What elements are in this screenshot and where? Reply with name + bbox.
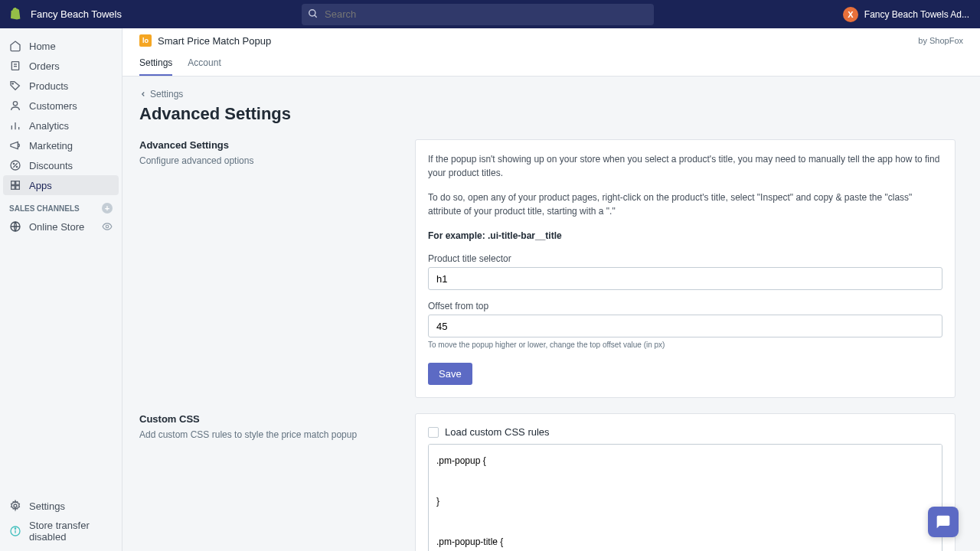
app-icon: lo bbox=[139, 34, 152, 47]
sidebar-item-label: Products bbox=[29, 80, 68, 92]
breadcrumb[interactable]: Settings bbox=[139, 89, 956, 99]
app-by: by ShopFox bbox=[918, 36, 963, 45]
svg-point-19 bbox=[106, 225, 109, 228]
sidebar-item-label: Analytics bbox=[29, 120, 69, 132]
svg-rect-16 bbox=[11, 186, 15, 190]
svg-point-0 bbox=[309, 9, 315, 15]
sidebar-item-label: Settings bbox=[29, 500, 65, 512]
css-card: Load custom CSS rules .pm-popup { } .pm-… bbox=[415, 413, 956, 551]
tab-account[interactable]: Account bbox=[188, 51, 220, 76]
sidebar-item-customers[interactable]: Customers bbox=[0, 96, 122, 116]
advanced-heading: Advanced Settings bbox=[139, 139, 400, 151]
intro-text-1: If the popup isn't showing up on your st… bbox=[428, 152, 942, 180]
selector-input[interactable] bbox=[428, 267, 942, 290]
svg-rect-15 bbox=[16, 181, 20, 185]
orders-icon bbox=[9, 60, 21, 72]
svg-point-13 bbox=[16, 166, 17, 167]
sidebar-item-label: Discounts bbox=[29, 160, 73, 171]
svg-point-12 bbox=[13, 163, 14, 164]
sidebar-item-home[interactable]: Home bbox=[0, 36, 122, 56]
advanced-card: If the popup isn't showing up on your st… bbox=[415, 139, 956, 398]
sidebar-item-apps[interactable]: Apps bbox=[3, 175, 119, 195]
eye-icon[interactable] bbox=[102, 221, 113, 232]
offset-label: Offset from top bbox=[428, 301, 942, 311]
shopify-logo-icon bbox=[11, 8, 24, 21]
svg-point-6 bbox=[13, 102, 17, 106]
chat-fab[interactable] bbox=[928, 507, 959, 537]
load-css-checkbox[interactable] bbox=[428, 427, 439, 438]
css-desc: Add custom CSS rules to style the price … bbox=[139, 429, 400, 440]
apps-icon bbox=[9, 179, 21, 191]
sidebar-item-label: Orders bbox=[29, 60, 60, 72]
home-icon bbox=[9, 40, 21, 52]
sidebar-item-analytics[interactable]: Analytics bbox=[0, 116, 122, 135]
css-textarea[interactable]: .pm-popup { } .pm-popup-title { } .pm-po… bbox=[428, 444, 942, 551]
app-title: Smart Price Match Popup bbox=[158, 35, 271, 47]
content: lo Smart Price Match Popup by ShopFox Se… bbox=[122, 28, 980, 551]
offset-help: To move the popup higher or lower, chang… bbox=[428, 341, 942, 349]
sidebar: Home Orders Products Customers Analytics… bbox=[0, 28, 122, 551]
search-input[interactable] bbox=[302, 4, 654, 25]
info-icon bbox=[9, 525, 21, 537]
avatar[interactable]: X bbox=[843, 7, 858, 22]
svg-rect-17 bbox=[16, 186, 20, 190]
svg-rect-14 bbox=[11, 181, 15, 185]
sales-channels-heading: SALES CHANNELS + bbox=[0, 195, 122, 217]
page-title: Advanced Settings bbox=[139, 104, 956, 124]
sidebar-item-discounts[interactable]: Discounts bbox=[0, 155, 122, 175]
selector-label: Product title selector bbox=[428, 253, 942, 264]
sidebar-item-label: Store transfer disabled bbox=[29, 520, 113, 543]
intro-text-2: To do so, open any of your product pages… bbox=[428, 191, 942, 218]
svg-point-23 bbox=[15, 528, 15, 529]
channel-online-store[interactable]: Online Store bbox=[0, 217, 122, 236]
channel-label: Online Store bbox=[29, 221, 84, 233]
sidebar-item-label: Marketing bbox=[29, 140, 73, 152]
chat-icon bbox=[936, 514, 951, 530]
sidebar-item-products[interactable]: Products bbox=[0, 76, 122, 96]
discount-icon bbox=[9, 159, 21, 171]
advanced-desc: Configure advanced options bbox=[139, 155, 400, 166]
checkbox-label: Load custom CSS rules bbox=[445, 426, 550, 438]
chevron-left-icon bbox=[139, 90, 147, 98]
sidebar-item-settings[interactable]: Settings bbox=[0, 496, 122, 516]
tab-settings[interactable]: Settings bbox=[139, 51, 172, 76]
store-icon bbox=[9, 220, 21, 233]
add-channel-icon[interactable]: + bbox=[102, 203, 113, 214]
save-button[interactable]: Save bbox=[428, 363, 472, 385]
marketing-icon bbox=[9, 139, 21, 152]
sidebar-item-marketing[interactable]: Marketing bbox=[0, 135, 122, 155]
account-name[interactable]: Fancy Beach Towels Ad... bbox=[864, 9, 969, 20]
store-name: Fancy Beach Towels bbox=[31, 8, 122, 20]
sidebar-item-transfer[interactable]: Store transfer disabled bbox=[0, 516, 122, 546]
topbar: Fancy Beach Towels X Fancy Beach Towels … bbox=[0, 0, 980, 28]
svg-point-5 bbox=[12, 83, 13, 84]
example-text: For example: .ui-title-bar__title bbox=[428, 229, 942, 243]
person-icon bbox=[9, 99, 21, 112]
svg-line-1 bbox=[315, 15, 317, 17]
tag-icon bbox=[9, 80, 21, 92]
sidebar-item-label: Apps bbox=[29, 180, 52, 191]
gear-icon bbox=[9, 500, 21, 512]
sidebar-item-label: Customers bbox=[29, 100, 77, 112]
analytics-icon bbox=[9, 119, 21, 132]
sidebar-item-label: Home bbox=[29, 41, 56, 52]
svg-point-20 bbox=[14, 504, 17, 507]
css-heading: Custom CSS bbox=[139, 413, 400, 425]
search-icon bbox=[308, 8, 318, 19]
sidebar-item-orders[interactable]: Orders bbox=[0, 56, 122, 76]
offset-input[interactable] bbox=[428, 315, 942, 337]
